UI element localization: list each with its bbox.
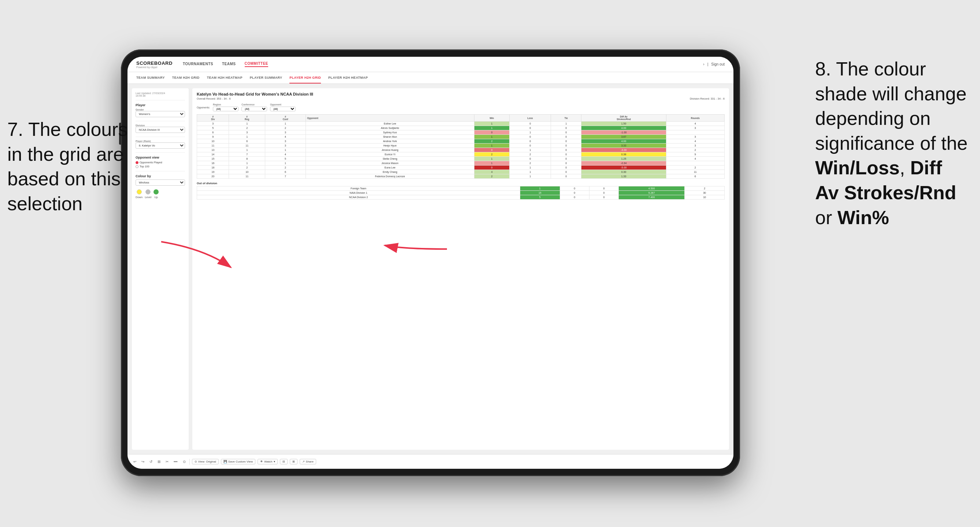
cell-div: 9 <box>197 135 229 139</box>
app-logo: SCOREBOARD Powered by clippd <box>136 60 173 68</box>
cell-win: 0 <box>474 165 509 170</box>
subnav-team-h2h-grid[interactable]: TEAM H2H GRID <box>172 72 200 84</box>
cell-win: 1 <box>474 135 509 139</box>
subnav-player-h2h-heatmap[interactable]: PLAYER H2H HEATMAP <box>328 72 368 84</box>
more-btn[interactable]: ••• <box>172 459 179 464</box>
cell-rounds: 3 <box>666 144 724 148</box>
nav-tournaments[interactable]: TOURNAMENTS <box>183 62 213 67</box>
table-row: 19 10 6 Emily Chang 4 1 0 0.30 11 <box>197 170 725 174</box>
cell-opponent: Emily Chang <box>306 170 474 174</box>
gender-select[interactable]: Women's <box>135 111 185 117</box>
cell-win: 1 <box>474 161 509 165</box>
cell-win: 1 <box>474 157 509 161</box>
ood-table-row: Foreign Team 1 0 0 4.500 2 <box>197 186 725 191</box>
cell-win: 4 <box>474 170 509 174</box>
toolbar-divider-1 <box>189 459 190 465</box>
cell-reg: 11 <box>229 174 265 179</box>
table-row: 11 11 3 Heejo Hyun 1 0 0 3.33 3 <box>197 144 725 148</box>
cell-opponent: Andrea York <box>306 139 474 144</box>
cell-diff: 1.50 <box>581 122 666 126</box>
refresh-btn[interactable]: ↺ <box>148 459 154 464</box>
cell-loss: 0 <box>510 144 551 148</box>
sign-out-link[interactable]: Sign out <box>711 62 725 66</box>
cell-opponent: Eunice Yi <box>306 152 474 157</box>
cell-div: 18 <box>197 165 229 170</box>
undo-btn[interactable]: ↩ <box>132 459 138 464</box>
col-rounds: Rounds <box>666 114 724 122</box>
cell-reg: 11 <box>229 144 265 148</box>
conference-select[interactable]: (All) <box>242 106 267 111</box>
cell-loss: 1 <box>510 148 551 152</box>
ood-cell-rounds: 10 <box>685 195 725 200</box>
cell-div: 3 <box>197 122 229 126</box>
cell-div: 11 <box>197 144 229 148</box>
ood-cell-win: 15 <box>520 191 560 195</box>
cell-reg: 8 <box>229 157 265 161</box>
crop-btn[interactable]: ✂ <box>164 459 170 464</box>
save-icon: 💾 <box>223 460 227 463</box>
watch-icon: 👁 <box>260 460 263 463</box>
cell-reg: 1 <box>229 122 265 126</box>
nav-committee[interactable]: COMMITTEE <box>245 62 269 67</box>
grid-title: Katelyn Vo Head-to-Head Grid for Women's… <box>197 92 725 96</box>
expand-btn[interactable]: ⊞ <box>290 459 298 464</box>
cell-opponent: Heejo Hyun <box>306 144 474 148</box>
subnav-team-h2h-heatmap[interactable]: TEAM H2H HEATMAP <box>207 72 242 84</box>
cell-win: 2 <box>474 139 509 144</box>
cell-div: 15 <box>197 157 229 161</box>
cell-opponent: Federica Domecq Lacroze <box>306 174 474 179</box>
timer-btn[interactable]: ⊙ <box>181 459 187 464</box>
cell-tie: 1 <box>551 122 581 126</box>
cell-conf: 6 <box>265 170 305 174</box>
opponent-filter: Opponent (All) <box>270 103 296 111</box>
cell-diff: -0.94 <box>581 161 666 165</box>
table-row: 16 1 1 Jessica Mason 1 2 0 -0.94 <box>197 161 725 165</box>
cell-conf: 3 <box>265 144 305 148</box>
cell-div: 13 <box>197 148 229 152</box>
ood-table-row: NAIA Division 1 15 0 0 9.267 30 <box>197 191 725 195</box>
nav-right: › | Sign out <box>703 62 725 66</box>
cell-div: 6 <box>197 130 229 135</box>
cell-loss: 2 <box>510 152 551 157</box>
cell-rounds <box>666 161 724 165</box>
share-btn[interactable]: ↗ Share <box>300 459 316 464</box>
region-select[interactable]: (All) <box>213 106 239 111</box>
col-loss: Loss <box>510 114 551 122</box>
layout-btn[interactable]: ⊟ <box>280 459 288 464</box>
opponent-select[interactable]: (All) <box>270 106 296 111</box>
cell-tie: 0 <box>551 148 581 152</box>
cell-rounds <box>666 130 724 135</box>
tablet-screen: SCOREBOARD Powered by clippd TOURNAMENTS… <box>127 57 733 469</box>
col-reg: #Reg <box>229 114 265 122</box>
cell-diff: 1.33 <box>581 174 666 179</box>
cell-win: 2 <box>474 152 509 157</box>
nav-teams[interactable]: TEAMS <box>222 62 236 67</box>
redo-btn[interactable]: ↪ <box>140 459 146 464</box>
subnav-player-h2h-grid[interactable]: PLAYER H2H GRID <box>290 72 321 84</box>
cell-opponent: Esther Lee <box>306 122 474 126</box>
subnav-team-summary[interactable]: TEAM SUMMARY <box>136 72 165 84</box>
ood-cell-name: Foreign Team <box>197 186 520 191</box>
ood-cell-rounds: 2 <box>685 186 725 191</box>
cell-div: 19 <box>197 170 229 174</box>
ood-cell-win: 5 <box>520 195 560 200</box>
grid-btn[interactable]: ⊞ <box>156 459 162 464</box>
subnav-player-summary[interactable]: PLAYER SUMMARY <box>250 72 282 84</box>
cell-tie: 0 <box>551 126 581 130</box>
share-icon: ↗ <box>302 460 305 463</box>
cell-opponent: Euna Lee <box>306 165 474 170</box>
cell-rounds: 6 <box>666 174 724 179</box>
cell-conf: 4 <box>265 135 305 139</box>
view-original-btn[interactable]: ⊙ View: Original <box>192 459 219 464</box>
cell-conf: 1 <box>265 148 305 152</box>
cell-loss: 0 <box>510 139 551 144</box>
cell-reg: 10 <box>229 170 265 174</box>
cell-reg: 6 <box>229 139 265 144</box>
ood-table-row: NCAA Division 2 5 0 0 7.400 10 <box>197 195 725 200</box>
cell-tie: 0 <box>551 161 581 165</box>
watch-btn[interactable]: 👁 Watch ▾ <box>258 459 277 464</box>
save-custom-view-btn[interactable]: 💾 Save Custom View <box>221 459 255 464</box>
h2h-table: #Div #Reg #Conf Opponent Win Loss Tie Di… <box>197 114 725 179</box>
cell-diff: 3.33 <box>581 144 666 148</box>
cell-diff: -1.00 <box>581 130 666 135</box>
